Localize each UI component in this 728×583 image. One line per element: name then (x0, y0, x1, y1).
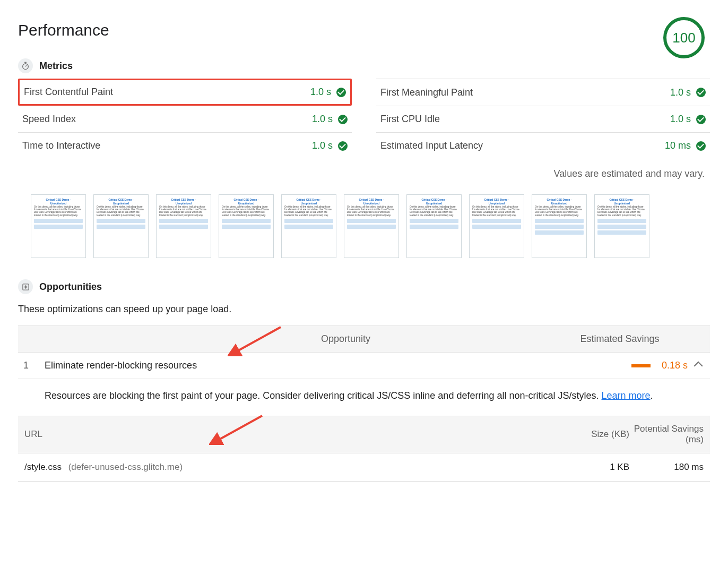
metric-first-meaningful-paint[interactable]: First Meaningful Paint 1.0 s (376, 79, 710, 106)
metric-value: 1.0 s (312, 140, 333, 151)
filmstrip-frame: Critical CSS Demo -UnoptimizedOn this de… (93, 194, 149, 258)
col-estimated-savings: Estimated Savings (540, 333, 699, 345)
opportunity-row[interactable]: 1 Eliminate render-blocking resources 0.… (18, 353, 710, 379)
check-icon (336, 88, 346, 97)
filmstrip-frame: Critical CSS Demo -UnoptimizedOn this de… (281, 194, 336, 258)
opportunities-description: These optimizations can speed up your pa… (18, 304, 710, 315)
metric-value: 1.0 s (312, 114, 333, 125)
filmstrip-frame: Critical CSS Demo -UnoptimizedOn this de… (344, 194, 399, 258)
filmstrip-frame: Critical CSS Demo -UnoptimizedOn this de… (31, 194, 86, 258)
check-icon (338, 115, 348, 124)
chevron-up-icon[interactable] (694, 361, 703, 370)
resource-size: 1 KB (555, 462, 629, 473)
opportunities-table-header: Opportunity Estimated Savings (18, 325, 710, 353)
metric-label: First CPU Idle (380, 114, 440, 125)
sparkle-icon (18, 279, 33, 294)
filmstrip: Critical CSS Demo -UnoptimizedOn this de… (31, 194, 710, 258)
metrics-footnote: Values are estimated and may vary. (18, 168, 705, 179)
metric-first-contentful-paint[interactable]: First Contentful Paint 1.0 s (18, 79, 352, 106)
metric-time-to-interactive[interactable]: Time to Interactive 1.0 s (18, 132, 352, 159)
svg-point-0 (23, 64, 29, 70)
learn-more-link[interactable]: Learn more (602, 390, 651, 401)
metrics-section-head: Metrics (18, 58, 710, 73)
metric-estimated-input-latency[interactable]: Estimated Input Latency 10 ms (376, 132, 710, 159)
svg-line-3 (25, 65, 27, 66)
metric-value: 1.0 s (670, 87, 691, 98)
metric-label: First Contentful Paint (24, 87, 113, 98)
col-potential-savings: Potential Savings (ms) (629, 424, 704, 445)
col-url: URL (24, 429, 555, 440)
check-icon (696, 88, 706, 97)
savings-bar (631, 364, 651, 367)
check-icon (338, 141, 348, 151)
metric-value: 1.0 s (310, 87, 331, 98)
opportunity-detail-text: Resources are blocking the first paint o… (45, 390, 602, 401)
resources-table-header: URL Size (KB) Potential Savings (ms) (18, 416, 710, 453)
resource-savings: 180 ms (629, 462, 704, 473)
metric-label: Time to Interactive (22, 140, 100, 151)
metric-label: Speed Index (22, 114, 76, 125)
page-title: Performance (18, 21, 109, 39)
resource-row[interactable]: /style.css (defer-unused-css.glitch.me) … (18, 453, 710, 482)
filmstrip-frame: Critical CSS Demo -UnoptimizedOn this de… (219, 194, 274, 258)
metric-speed-index[interactable]: Speed Index 1.0 s (18, 106, 352, 132)
opportunity-value: 0.18 s (657, 360, 688, 371)
metrics-heading: Metrics (39, 61, 73, 72)
metrics-grid: First Contentful Paint 1.0 s First Meani… (18, 79, 710, 159)
opportunity-name: Eliminate render-blocking resources (45, 360, 631, 371)
resource-file: /style.css (24, 462, 62, 472)
check-icon (696, 141, 706, 151)
resource-host: (defer-unused-css.glitch.me) (68, 462, 183, 472)
check-icon (696, 115, 706, 124)
col-size: Size (KB) (555, 429, 629, 440)
col-opportunity: Opportunity (29, 333, 540, 345)
opportunities-heading: Opportunities (39, 281, 102, 293)
filmstrip-frame: Critical CSS Demo -UnoptimizedOn this de… (469, 194, 524, 258)
opportunities-section-head: Opportunities (18, 279, 710, 294)
performance-score-ring: 100 (663, 17, 705, 58)
filmstrip-frame: Critical CSS Demo -UnoptimizedOn this de… (532, 194, 587, 258)
filmstrip-frame: Critical CSS Demo -UnoptimizedOn this de… (594, 194, 649, 258)
filmstrip-frame: Critical CSS Demo -UnoptimizedOn this de… (406, 194, 462, 258)
filmstrip-frame: Critical CSS Demo -UnoptimizedOn this de… (156, 194, 211, 258)
stopwatch-icon (18, 58, 33, 73)
opportunity-index: 1 (23, 360, 45, 371)
metric-value: 1.0 s (670, 114, 691, 125)
metric-label: First Meaningful Paint (380, 87, 473, 98)
opportunity-detail: Resources are blocking the first paint o… (18, 379, 710, 416)
metric-value: 10 ms (665, 140, 691, 151)
metric-label: Estimated Input Latency (380, 140, 483, 151)
metric-first-cpu-idle[interactable]: First CPU Idle 1.0 s (376, 106, 710, 132)
